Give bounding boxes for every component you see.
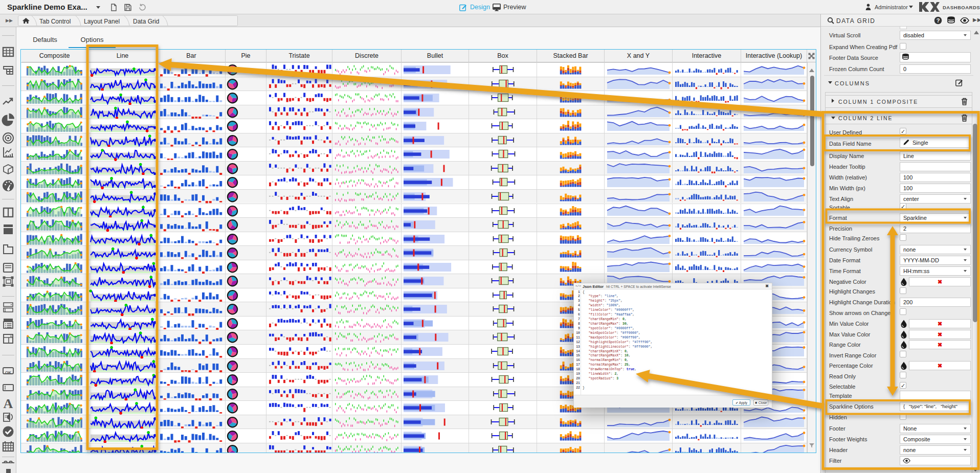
svg-text:?: ?: [937, 17, 940, 24]
svg-text:A: A: [4, 396, 13, 411]
svg-text:OK: OK: [5, 370, 11, 375]
